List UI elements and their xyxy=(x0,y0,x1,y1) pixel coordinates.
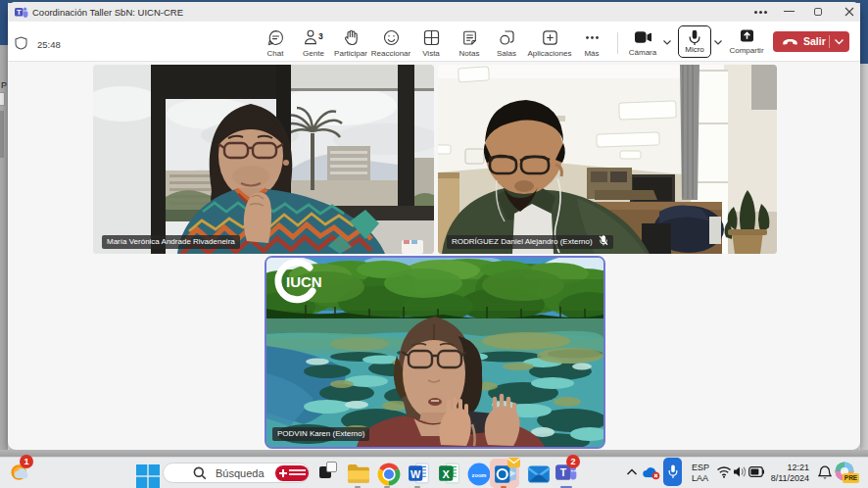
svg-text:W: W xyxy=(410,468,421,480)
svg-text:X: X xyxy=(443,468,451,480)
svg-text:T: T xyxy=(17,8,22,17)
svg-text:T: T xyxy=(560,467,567,478)
svg-text:IUCN: IUCN xyxy=(286,273,322,290)
svg-text:zoom: zoom xyxy=(472,472,487,478)
